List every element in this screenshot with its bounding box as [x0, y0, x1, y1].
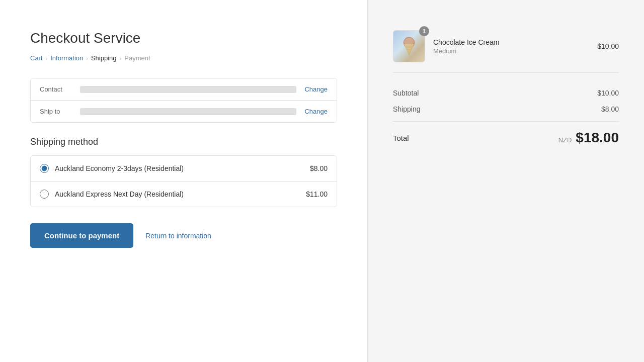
- shipping-option-economy[interactable]: Auckland Economy 2-3days (Residential) $…: [31, 156, 337, 181]
- continue-to-payment-button[interactable]: Continue to payment: [30, 223, 133, 248]
- return-to-information-button[interactable]: Return to information: [145, 232, 211, 240]
- ship-to-label: Ship to: [40, 108, 80, 115]
- totals-section: Subtotal $10.00 Shipping $8.00 Total NZD…: [393, 85, 619, 150]
- product-row: 1 Chocolate Ice Cream Medium $10.00: [393, 30, 619, 73]
- product-info: Chocolate Ice Cream Medium: [433, 38, 597, 55]
- contact-change-button[interactable]: Change: [304, 85, 328, 93]
- product-image: [393, 30, 425, 62]
- contact-row: Contact Change: [31, 78, 337, 100]
- order-summary-panel: 1 Chocolate Ice Cream Medium $10.00 Subt…: [367, 0, 644, 362]
- shipping-row: Shipping $8.00: [393, 101, 619, 117]
- total-label: Total: [393, 134, 409, 142]
- shipping-value: $8.00: [601, 105, 619, 113]
- shipping-express-label: Auckland Express Next Day (Residential): [55, 190, 306, 198]
- shipping-economy-price: $8.00: [310, 164, 328, 172]
- contact-info-card: Contact Change Ship to Change: [30, 78, 337, 123]
- product-image-wrap: 1: [393, 30, 425, 62]
- breadcrumb: Cart › Information › Shipping › Payment: [30, 54, 337, 62]
- total-amount: $18.00: [576, 130, 619, 146]
- actions-row: Continue to payment Return to informatio…: [30, 223, 337, 248]
- shipping-radio-economy[interactable]: [40, 164, 49, 173]
- breadcrumb-sep-1: ›: [46, 55, 48, 61]
- subtotal-row: Subtotal $10.00: [393, 85, 619, 101]
- store-title: Checkout Service: [30, 30, 337, 46]
- product-image-svg: [399, 36, 419, 56]
- subtotal-label: Subtotal: [393, 89, 419, 97]
- breadcrumb-sep-3: ›: [120, 55, 122, 61]
- shipping-economy-label: Auckland Economy 2-3days (Residential): [55, 164, 310, 172]
- breadcrumb-payment: Payment: [124, 54, 150, 62]
- shipping-express-price: $11.00: [306, 190, 328, 198]
- shipping-method-title: Shipping method: [30, 137, 337, 147]
- shipping-radio-express[interactable]: [40, 190, 49, 199]
- breadcrumb-information[interactable]: Information: [50, 54, 83, 62]
- product-quantity-badge: 1: [419, 26, 429, 36]
- ship-to-row: Ship to Change: [31, 100, 337, 122]
- ship-to-change-button[interactable]: Change: [304, 108, 328, 115]
- shipping-options: Auckland Economy 2-3days (Residential) $…: [30, 155, 337, 207]
- contact-label: Contact: [40, 85, 80, 93]
- total-currency: NZD: [558, 136, 572, 144]
- grand-total-right: NZD $18.00: [558, 130, 619, 146]
- subtotal-value: $10.00: [597, 89, 619, 97]
- ship-to-value: [80, 108, 296, 115]
- shipping-label: Shipping: [393, 105, 421, 113]
- breadcrumb-cart[interactable]: Cart: [30, 54, 43, 62]
- product-name: Chocolate Ice Cream: [433, 38, 597, 46]
- shipping-option-express[interactable]: Auckland Express Next Day (Residential) …: [31, 181, 337, 207]
- grand-total-row: Total NZD $18.00: [393, 121, 619, 150]
- product-variant: Medium: [433, 47, 597, 55]
- left-panel: Checkout Service Cart › Information › Sh…: [0, 0, 367, 362]
- breadcrumb-sep-2: ›: [86, 55, 88, 61]
- breadcrumb-shipping: Shipping: [91, 54, 117, 62]
- contact-value: [80, 86, 296, 93]
- product-price: $10.00: [597, 42, 619, 50]
